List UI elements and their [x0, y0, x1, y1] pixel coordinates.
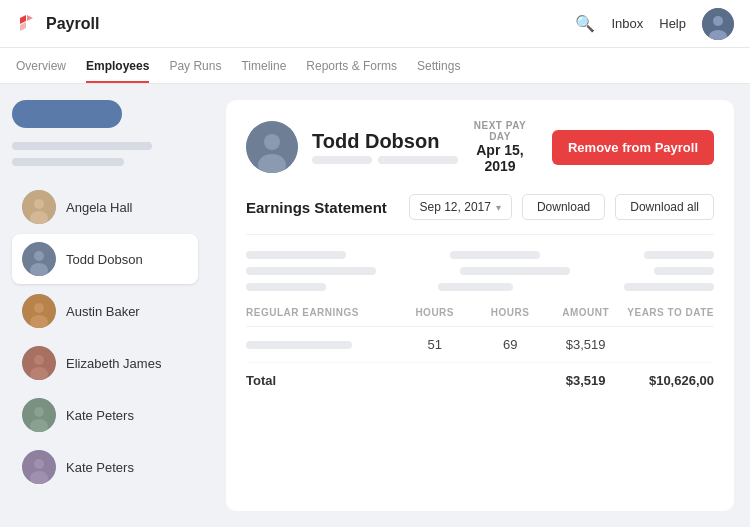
emp-avatar-angela-hall	[22, 190, 56, 224]
line-row-1	[246, 251, 714, 259]
date-select-value: Sep 12, 2017	[420, 200, 491, 214]
earnings-header: Earnings Statement Sep 12, 2017 ▾ Downlo…	[246, 194, 714, 235]
col-header-hours2: HOURS	[472, 307, 547, 318]
sidebar-line-2	[12, 158, 124, 166]
svg-point-19	[34, 459, 44, 469]
line-row-2	[246, 267, 714, 275]
inbox-link[interactable]: Inbox	[611, 16, 643, 31]
emp-avatar-kate-peters-1	[22, 398, 56, 432]
data-line	[624, 283, 714, 291]
subnav-pay-runs[interactable]: Pay Runs	[169, 59, 221, 83]
data-line	[246, 283, 326, 291]
sidebar: Angela Hall Todd Dobson	[0, 84, 210, 527]
earnings-table: Regular Earnings HOURS HOURS AMOUNT YEAR…	[246, 307, 714, 398]
remove-from-payroll-button[interactable]: Remove from Payroll	[552, 130, 714, 165]
data-line	[460, 267, 570, 275]
logo: Payroll	[16, 12, 106, 36]
emp-avatar-austin-baker	[22, 294, 56, 328]
total-label: Total	[246, 373, 397, 388]
employee-item-todd-dobson[interactable]: Todd Dobson	[12, 234, 198, 284]
data-line	[654, 267, 714, 275]
row-name-placeholder	[246, 341, 352, 349]
sidebar-lines	[12, 142, 198, 166]
download-button[interactable]: Download	[522, 194, 605, 220]
table-header-row: Regular Earnings HOURS HOURS AMOUNT YEAR…	[246, 307, 714, 327]
subnav-employees[interactable]: Employees	[86, 59, 149, 83]
data-line	[644, 251, 714, 259]
data-line	[246, 267, 376, 275]
col-header-ytd: YEARS TO DATE	[623, 307, 714, 318]
pay-day-label: NEXT PAY DAY	[472, 120, 528, 142]
emp-name-elizabeth-james: Elizabeth James	[66, 356, 161, 371]
emp-sub-line-1	[312, 156, 372, 164]
total-amount: $3,519	[548, 373, 623, 388]
data-line	[246, 251, 346, 259]
employee-item-elizabeth-james[interactable]: Elizabeth James	[12, 338, 198, 388]
subnav-reports[interactable]: Reports & Forms	[306, 59, 397, 83]
employee-list: Angela Hall Todd Dobson	[12, 182, 198, 492]
data-line	[438, 283, 513, 291]
employee-header-avatar	[246, 121, 298, 173]
emp-name-angela-hall: Angela Hall	[66, 200, 133, 215]
pay-day-section: NEXT PAY DAY Apr 15, 2019	[472, 120, 528, 174]
emp-sub-line-2	[378, 156, 458, 164]
svg-point-4	[34, 199, 44, 209]
subnav-overview[interactable]: Overview	[16, 59, 66, 83]
svg-point-16	[34, 407, 44, 417]
main-content: Todd Dobson NEXT PAY DAY Apr 15, 2019 Re…	[210, 84, 750, 527]
row1-hours2: 69	[472, 337, 547, 352]
download-all-button[interactable]: Download all	[615, 194, 714, 220]
nav-right: 🔍 Inbox Help	[575, 8, 734, 40]
employee-item-angela-hall[interactable]: Angela Hall	[12, 182, 198, 232]
emp-name-kate-peters-2: Kate Peters	[66, 460, 134, 475]
help-link[interactable]: Help	[659, 16, 686, 31]
main-layout: Angela Hall Todd Dobson	[0, 84, 750, 527]
emp-avatar-todd-dobson	[22, 242, 56, 276]
employee-name: Todd Dobson	[312, 130, 458, 153]
date-select[interactable]: Sep 12, 2017 ▾	[409, 194, 512, 220]
app-title: Payroll	[46, 15, 99, 33]
sidebar-line-1	[12, 142, 152, 150]
user-avatar[interactable]	[702, 8, 734, 40]
svg-point-10	[34, 303, 44, 313]
svg-point-7	[34, 251, 44, 261]
pay-day-date: Apr 15, 2019	[472, 142, 528, 174]
total-row: Total $3,519 $10,626,00	[246, 363, 714, 398]
col-header-hours1: HOURS	[397, 307, 472, 318]
subnav-settings[interactable]: Settings	[417, 59, 460, 83]
total-hours1	[397, 373, 472, 388]
employee-sub-lines	[312, 156, 458, 164]
emp-name-todd-dobson: Todd Dobson	[66, 252, 143, 267]
loading-lines	[246, 251, 714, 291]
earnings-title: Earnings Statement	[246, 199, 399, 216]
table-data-row-1: 51 69 $3,519	[246, 327, 714, 363]
total-hours2	[472, 373, 547, 388]
employee-header-info: Todd Dobson	[312, 130, 458, 164]
row1-amount: $3,519	[548, 337, 623, 352]
employee-item-austin-baker[interactable]: Austin Baker	[12, 286, 198, 336]
subnav-timeline[interactable]: Timeline	[241, 59, 286, 83]
search-icon[interactable]: 🔍	[575, 14, 595, 33]
col-header-amount: AMOUNT	[548, 307, 623, 318]
emp-avatar-elizabeth-james	[22, 346, 56, 380]
line-row-3	[246, 283, 714, 291]
col-header-name: Regular Earnings	[246, 307, 397, 318]
top-bar: Payroll 🔍 Inbox Help	[0, 0, 750, 48]
sidebar-search-bar[interactable]	[12, 100, 122, 128]
logo-icon	[16, 12, 40, 36]
employee-header: Todd Dobson NEXT PAY DAY Apr 15, 2019 Re…	[246, 120, 714, 174]
total-ytd: $10,626,00	[623, 373, 714, 388]
emp-name-austin-baker: Austin Baker	[66, 304, 140, 319]
svg-point-22	[264, 134, 280, 150]
sub-nav: Overview Employees Pay Runs Timeline Rep…	[0, 48, 750, 84]
chevron-down-icon: ▾	[496, 202, 501, 213]
content-card: Todd Dobson NEXT PAY DAY Apr 15, 2019 Re…	[226, 100, 734, 511]
row1-hours1: 51	[397, 337, 472, 352]
emp-name-kate-peters-1: Kate Peters	[66, 408, 134, 423]
data-line	[450, 251, 540, 259]
employee-item-kate-peters-1[interactable]: Kate Peters	[12, 390, 198, 440]
employee-item-kate-peters-2[interactable]: Kate Peters	[12, 442, 198, 492]
emp-avatar-kate-peters-2	[22, 450, 56, 484]
svg-point-1	[713, 16, 723, 26]
svg-point-13	[34, 355, 44, 365]
